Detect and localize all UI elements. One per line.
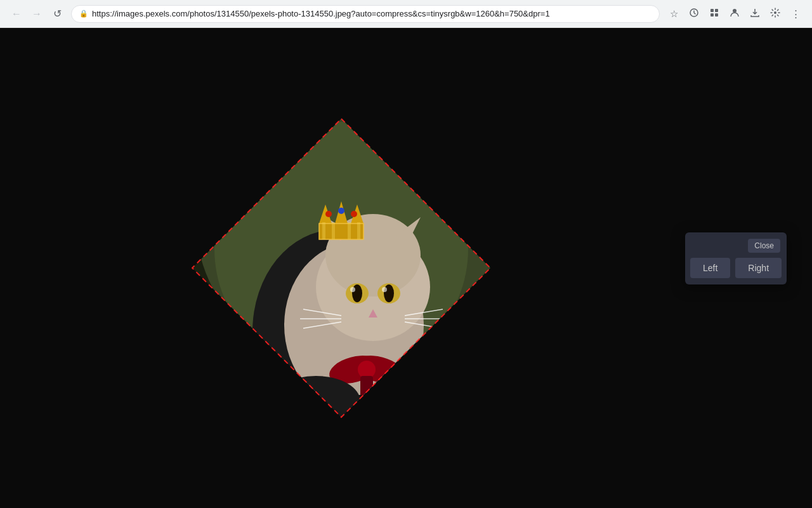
reload-button[interactable]: ↺ bbox=[48, 5, 66, 23]
download-button[interactable] bbox=[746, 5, 764, 23]
svg-point-48 bbox=[272, 376, 360, 427]
url-text: https://images.pexels.com/photos/1314550… bbox=[92, 9, 550, 18]
popup-header: Close bbox=[691, 239, 780, 253]
bookmark-button[interactable]: ☆ bbox=[665, 5, 683, 23]
toolbar-right: ☆ bbox=[665, 5, 804, 23]
profile-icon bbox=[730, 8, 740, 20]
close-button[interactable]: Close bbox=[748, 239, 780, 253]
svg-point-33 bbox=[384, 284, 394, 302]
svg-rect-29 bbox=[357, 222, 360, 239]
svg-rect-4 bbox=[715, 13, 718, 17]
svg-point-22 bbox=[325, 211, 332, 217]
extensions-button[interactable] bbox=[705, 5, 723, 23]
forward-button[interactable]: → bbox=[28, 5, 46, 23]
left-button[interactable]: Left bbox=[690, 258, 730, 278]
address-bar[interactable]: 🔒 https://images.pexels.com/photos/13145… bbox=[71, 5, 660, 23]
popup-panel: Close Left Right bbox=[685, 232, 787, 284]
svg-point-49 bbox=[373, 382, 462, 433]
reload-icon: ↺ bbox=[53, 8, 62, 20]
svg-point-35 bbox=[382, 287, 387, 292]
svg-rect-26 bbox=[322, 222, 325, 239]
svg-point-5 bbox=[733, 9, 737, 13]
svg-rect-1 bbox=[710, 9, 714, 12]
nav-buttons: ← → ↺ bbox=[8, 5, 66, 23]
svg-point-32 bbox=[352, 284, 362, 302]
lens-icon bbox=[689, 8, 699, 20]
forward-icon: → bbox=[32, 8, 42, 20]
svg-point-6 bbox=[774, 11, 776, 14]
right-button[interactable]: Right bbox=[735, 258, 782, 278]
settings-button[interactable] bbox=[766, 5, 784, 23]
popup-actions: Left Right bbox=[691, 258, 780, 278]
svg-rect-3 bbox=[710, 13, 714, 17]
svg-point-45 bbox=[358, 361, 376, 378]
browser-toolbar: ← → ↺ 🔒 https://images.pexels.com/photos… bbox=[0, 0, 812, 28]
extensions-icon bbox=[709, 8, 719, 20]
profile-button[interactable] bbox=[726, 5, 743, 23]
svg-rect-2 bbox=[715, 9, 718, 12]
svg-point-23 bbox=[338, 208, 344, 214]
menu-button[interactable]: ⋮ bbox=[787, 5, 804, 23]
svg-rect-27 bbox=[332, 222, 335, 239]
lock-icon: 🔒 bbox=[79, 10, 88, 18]
svg-point-24 bbox=[351, 211, 357, 217]
settings-icon bbox=[770, 8, 780, 20]
content-area: Close Left Right bbox=[0, 28, 812, 508]
svg-rect-28 bbox=[348, 222, 351, 239]
back-icon: ← bbox=[11, 8, 22, 20]
lens-button[interactable] bbox=[685, 5, 703, 23]
svg-rect-18 bbox=[319, 224, 363, 239]
menu-icon: ⋮ bbox=[791, 8, 801, 20]
cat-image-scene bbox=[119, 58, 563, 478]
bookmark-icon: ☆ bbox=[670, 8, 678, 20]
svg-point-34 bbox=[350, 287, 355, 292]
back-button[interactable]: ← bbox=[8, 5, 25, 23]
download-icon bbox=[750, 8, 760, 20]
